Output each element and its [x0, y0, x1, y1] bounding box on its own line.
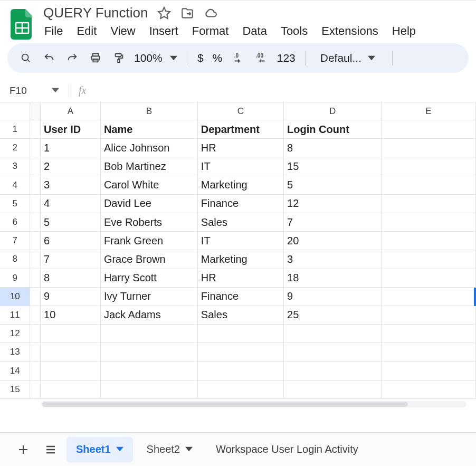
cell[interactable]	[41, 362, 101, 380]
cell[interactable]	[101, 325, 198, 343]
cell[interactable]	[198, 343, 284, 362]
cell[interactable]	[382, 176, 476, 195]
cell[interactable]: 9	[284, 288, 382, 306]
cell[interactable]: 3	[41, 176, 101, 195]
menu-view[interactable]: View	[110, 24, 135, 38]
zoom-dropdown-icon[interactable]	[168, 54, 179, 62]
cell[interactable]	[41, 325, 101, 343]
cell[interactable]	[382, 120, 476, 139]
chevron-down-icon[interactable]	[116, 443, 123, 455]
menu-help[interactable]: Help	[392, 24, 416, 38]
cell[interactable]: HR	[198, 269, 284, 288]
cell[interactable]: 15	[284, 157, 382, 176]
row-header[interactable]: 11	[0, 306, 30, 325]
cell[interactable]	[382, 362, 476, 380]
tab-sheet1[interactable]: Sheet1	[66, 437, 133, 462]
cell[interactable]: Jack Adams	[101, 306, 198, 325]
cell[interactable]: Carol White	[101, 176, 198, 195]
cell[interactable]	[198, 381, 284, 399]
doc-title[interactable]: QUERY Function	[43, 5, 148, 21]
cell[interactable]: Login Count	[284, 120, 382, 139]
cell[interactable]	[382, 232, 476, 250]
cell[interactable]	[382, 343, 476, 362]
horizontal-scrollbar[interactable]	[0, 399, 476, 408]
cell[interactable]: 8	[41, 269, 101, 288]
cell[interactable]	[101, 381, 198, 399]
cell[interactable]: 7	[41, 250, 101, 269]
row-header[interactable]: 12	[0, 325, 30, 343]
move-icon[interactable]	[180, 6, 194, 20]
cell[interactable]	[41, 381, 101, 399]
cell[interactable]	[284, 343, 382, 362]
row-header[interactable]: 5	[0, 195, 30, 213]
cell[interactable]: Ivy Turner	[101, 288, 198, 306]
sheets-app-icon[interactable]	[8, 6, 36, 43]
cell[interactable]	[382, 157, 476, 176]
cell[interactable]: Grace Brown	[101, 250, 198, 269]
row-header[interactable]: 4	[0, 176, 30, 195]
cell[interactable]	[382, 306, 476, 325]
row-header[interactable]: 14	[0, 362, 30, 380]
col-header-A[interactable]: A	[41, 102, 101, 120]
cell[interactable]	[198, 325, 284, 343]
all-sheets-icon[interactable]	[39, 438, 62, 461]
cell[interactable]: Harry Scott	[101, 269, 198, 288]
cell[interactable]: IT	[198, 157, 284, 176]
row-header[interactable]: 13	[0, 343, 30, 362]
cell[interactable]: Marketing	[198, 250, 284, 269]
cell[interactable]: Finance	[198, 288, 284, 306]
tab-sheet2[interactable]: Sheet2	[137, 437, 202, 462]
cell[interactable]: Sales	[198, 306, 284, 325]
redo-icon[interactable]	[62, 48, 82, 68]
cell[interactable]: Name	[101, 120, 198, 139]
menu-insert[interactable]: Insert	[149, 24, 178, 38]
percent-format-button[interactable]: %	[210, 52, 225, 64]
row-header[interactable]: 7	[0, 232, 30, 250]
cell[interactable]: 25	[284, 306, 382, 325]
increase-decimal-icon[interactable]: .00	[252, 48, 272, 68]
number-format-button[interactable]: 123	[275, 52, 298, 64]
menu-tools[interactable]: Tools	[281, 24, 308, 38]
row-header[interactable]: 15	[0, 381, 30, 399]
cell[interactable]: 20	[284, 232, 382, 250]
cloud-status-icon[interactable]	[204, 6, 217, 20]
cell[interactable]: David Lee	[101, 195, 198, 213]
print-icon[interactable]	[85, 48, 106, 68]
cell[interactable]: Frank Green	[101, 232, 198, 250]
cell[interactable]: HR	[198, 139, 284, 157]
col-header-C[interactable]: C	[198, 102, 284, 120]
cell[interactable]: 6	[41, 232, 101, 250]
cell[interactable]: 5	[41, 213, 101, 232]
formula-input[interactable]	[88, 79, 476, 102]
cell[interactable]	[382, 213, 476, 232]
cell[interactable]: 2	[41, 157, 101, 176]
currency-format-button[interactable]: $	[195, 52, 206, 64]
col-header-D[interactable]: D	[284, 102, 382, 120]
cell[interactable]	[284, 325, 382, 343]
cell[interactable]	[101, 362, 198, 380]
cell[interactable]	[382, 250, 476, 269]
cell[interactable]	[382, 381, 476, 399]
cell[interactable]: 3	[284, 250, 382, 269]
add-sheet-icon[interactable]	[12, 438, 35, 461]
cell[interactable]: 8	[284, 139, 382, 157]
cell[interactable]	[382, 139, 476, 157]
menu-extensions[interactable]: Extensions	[321, 24, 378, 38]
cell[interactable]	[41, 343, 101, 362]
decrease-decimal-icon[interactable]: .0	[229, 48, 249, 68]
row-header[interactable]: 8	[0, 250, 30, 269]
undo-icon[interactable]	[39, 48, 59, 68]
cell[interactable]: Bob Martinez	[101, 157, 198, 176]
cell[interactable]	[382, 288, 476, 306]
row-header[interactable]: 6	[0, 213, 30, 232]
row-header[interactable]: 1	[0, 120, 30, 139]
cell[interactable]	[382, 325, 476, 343]
cell[interactable]: Marketing	[198, 176, 284, 195]
cell[interactable]: 4	[41, 195, 101, 213]
cell[interactable]	[198, 362, 284, 380]
cell[interactable]: Alice Johnson	[101, 139, 198, 157]
select-all-corner[interactable]	[0, 102, 30, 120]
cell[interactable]: 10	[41, 306, 101, 325]
cell[interactable]: Finance	[198, 195, 284, 213]
row-header[interactable]: 9	[0, 269, 30, 288]
